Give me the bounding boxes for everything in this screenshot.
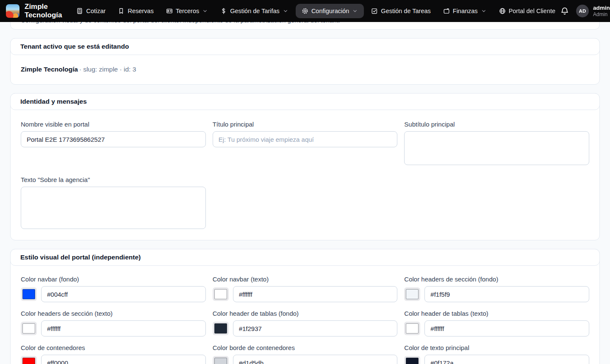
brand[interactable]: Zimple Tecnología — [6, 3, 62, 19]
nav-item-configuracion[interactable]: Configuración — [296, 4, 364, 18]
color-swatch[interactable] — [21, 356, 37, 364]
avatar: AD — [576, 5, 589, 17]
color-field: Color navbar (fondo) — [21, 276, 206, 302]
color-swatch[interactable] — [404, 356, 420, 364]
color-swatch[interactable] — [21, 287, 37, 301]
chevron-down-icon — [202, 8, 208, 14]
field-label: Color navbar (fondo) — [21, 276, 206, 283]
style-card-body: Color navbar (fondo) Color navbar (texto… — [11, 265, 599, 364]
identity-card-title: Identidad y mensajes — [10, 93, 600, 110]
identity-grid: Nombre visible en portal Título principa… — [21, 121, 589, 229]
tenant-card-title: Tenant activo que se está editando — [10, 38, 600, 55]
nav-item-portal-del-cliente[interactable]: Portal del Cliente — [494, 4, 560, 18]
identity-card: Identidad y mensajes Nombre visible en p… — [10, 93, 600, 240]
color-row — [404, 320, 589, 336]
color-row — [213, 355, 398, 364]
color-field: Color header de tablas (texto) — [404, 310, 589, 336]
field-portal-name: Nombre visible en portal — [21, 121, 206, 147]
nav-item-terceros[interactable]: Terceros — [161, 4, 214, 18]
color-hex-input[interactable] — [424, 320, 589, 336]
field-label: Nombre visible en portal — [21, 121, 206, 128]
color-swatch[interactable] — [404, 322, 420, 335]
color-grid: Color navbar (fondo) Color navbar (texto… — [21, 276, 589, 364]
tenant-card-body: Zimple Tecnología· slug: zimple · id: 3 — [11, 55, 599, 84]
color-swatch-fill — [22, 358, 35, 364]
nav-item-finanzas[interactable]: Finanzas — [438, 4, 492, 18]
field-main-title: Título principal — [213, 121, 398, 147]
field-label: Texto "Sobre la agencia" — [21, 176, 206, 183]
color-swatch[interactable] — [213, 322, 229, 335]
check-square-icon — [371, 8, 378, 14]
style-card-title: Estilo visual del portal (independiente) — [10, 249, 600, 266]
color-field: Color navbar (texto) — [213, 276, 398, 302]
nav-item-label: Portal del Cliente — [509, 8, 555, 14]
color-field: Color headers de sección (fondo) — [404, 276, 589, 302]
user-name: admin — [593, 5, 610, 11]
color-swatch-fill — [214, 358, 227, 364]
field-label: Color headers de sección (texto) — [21, 310, 206, 317]
chevron-down-icon — [283, 8, 288, 14]
nav-item-label: Terceros — [176, 8, 200, 14]
user-menu[interactable]: AD admin Admin — [576, 5, 610, 18]
nav-item-label: Cotizar — [86, 8, 105, 14]
color-row — [213, 286, 398, 302]
about-textarea[interactable] — [21, 187, 206, 229]
top-navbar: Zimple Tecnología Cotizar Reservas Terce… — [0, 0, 610, 22]
color-field: Color header de tablas (fondo) — [213, 310, 398, 336]
color-hex-input[interactable] — [233, 355, 398, 364]
color-swatch-fill — [22, 289, 35, 299]
nav-menu: Cotizar Reservas Terceros Gestión de Tar… — [71, 4, 560, 18]
field-label: Color borde de contenedores — [213, 344, 398, 351]
color-hex-input[interactable] — [424, 355, 589, 364]
color-hex-input[interactable] — [41, 320, 206, 336]
field-label: Color header de tablas (fondo) — [213, 310, 398, 317]
portal-name-input[interactable] — [21, 131, 206, 147]
color-hex-input[interactable] — [41, 355, 206, 364]
navbar-right: AD admin Admin — [560, 5, 610, 18]
main-content: Configuración visual y de contenido del … — [0, 0, 610, 364]
color-hex-input[interactable] — [424, 286, 589, 302]
field-label: Color de contenedores — [21, 344, 206, 351]
nav-item-reservas[interactable]: Reservas — [113, 4, 158, 18]
nav-item-label: Configuración — [311, 8, 349, 14]
main-title-input[interactable] — [213, 131, 398, 147]
color-row — [404, 355, 589, 364]
chevron-down-icon — [481, 8, 487, 14]
nav-item-label: Finanzas — [453, 8, 478, 14]
globe-icon — [499, 8, 506, 14]
color-row — [21, 355, 206, 364]
color-swatch-fill — [22, 323, 35, 334]
bell-icon[interactable] — [560, 7, 569, 15]
brand-logo-image — [6, 4, 19, 18]
color-swatch-fill — [406, 358, 419, 364]
color-swatch-fill — [406, 289, 419, 299]
field-subtitle: Subtítulo principal — [404, 121, 589, 165]
color-field: Color borde de contenedores — [213, 344, 398, 364]
color-hex-input[interactable] — [41, 286, 206, 302]
gear-icon — [302, 8, 308, 14]
calculator-icon — [76, 8, 83, 14]
nav-item-gestion-de-tarifas[interactable]: Gestión de Tarifas — [215, 4, 294, 18]
subtitle-textarea[interactable] — [404, 131, 589, 165]
color-swatch-fill — [214, 323, 227, 334]
nav-item-gestion-de-tareas[interactable]: Gestión de Tareas — [366, 4, 435, 18]
nav-item-cotizar[interactable]: Cotizar — [71, 4, 111, 18]
tenant-line: Zimple Tecnología· slug: zimple · id: 3 — [21, 66, 589, 73]
chevron-down-icon — [352, 8, 358, 14]
color-swatch[interactable] — [404, 287, 420, 301]
color-hex-input[interactable] — [233, 286, 398, 302]
color-hex-input[interactable] — [233, 320, 398, 336]
color-swatch[interactable] — [213, 287, 229, 301]
nav-item-label: Gestión de Tareas — [381, 8, 430, 14]
color-swatch-fill — [406, 323, 419, 334]
tenant-name: Zimple Tecnología — [21, 66, 78, 73]
color-swatch[interactable] — [21, 322, 37, 335]
nav-item-label: Reservas — [128, 8, 153, 14]
user-text: admin Admin — [593, 5, 610, 18]
field-label: Título principal — [213, 121, 398, 128]
tenant-card: Tenant activo que se está editando Zimpl… — [10, 38, 600, 85]
field-label: Subtítulo principal — [404, 121, 589, 128]
color-swatch[interactable] — [213, 356, 229, 364]
field-about: Texto "Sobre la agencia" — [21, 176, 206, 229]
dollar-icon — [220, 8, 227, 14]
